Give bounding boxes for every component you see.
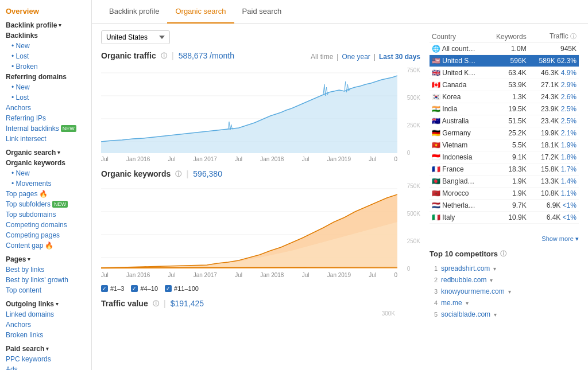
keywords-x-labels: JulJan 2016JulJan 2017JulJan 2018JulJan … <box>101 272 397 278</box>
legend-label-11-100: #11–100 <box>174 285 199 292</box>
sidebar-item-linked-domains[interactable]: Linked domains <box>0 309 91 320</box>
competitor-num: 4 <box>430 299 438 306</box>
col-header-country: Country <box>430 30 487 43</box>
fire-icon-1: 🔥 <box>39 190 48 198</box>
country-cell: 🇫🇷 France <box>430 163 487 176</box>
fire-icon-2: 🔥 <box>45 242 53 250</box>
sidebar-item-ads[interactable]: Ads <box>0 364 91 370</box>
sidebar-item-top-pages[interactable]: Top pages <box>6 190 37 198</box>
keywords-cell: 53.9K <box>487 79 528 91</box>
sidebar-item-link-intersect[interactable]: Link intersect <box>0 134 91 144</box>
sidebar-item-best-by-links[interactable]: Best by links <box>0 264 91 275</box>
sidebar-item-new-referring[interactable]: • New <box>0 82 91 92</box>
legend-checkbox-1-3[interactable] <box>101 285 108 292</box>
col-header-traffic: Traffic ⓘ <box>529 30 579 43</box>
competitor-link[interactable]: redbubble.com <box>441 276 486 284</box>
keywords-cell: 1.3K <box>487 91 528 103</box>
sidebar-item-referring-ips[interactable]: Referring IPs <box>0 113 91 123</box>
sidebar-item-top-subfolders[interactable]: Top subfolders <box>6 200 51 208</box>
sidebar-item-lost-backlinks[interactable]: • Lost <box>0 51 91 61</box>
sidebar-item-competing-pages[interactable]: Competing pages <box>0 230 91 240</box>
sidebar-referring-domains-label[interactable]: Referring domains <box>0 72 91 82</box>
chevron-down-icon-2: ▾ <box>57 150 60 155</box>
table-row: 🇲🇦 Morocco1.9K10.8K 1.1% <box>430 188 579 200</box>
table-row: 🇩🇪 Germany25.2K19.9K 2.1% <box>430 127 579 139</box>
competitor-dropdown-icon[interactable]: ▾ <box>466 300 469 306</box>
organic-keywords-info-icon[interactable]: ⓘ <box>175 170 181 178</box>
competitor-num: 1 <box>430 265 438 272</box>
traffic-cell: 10.8K 1.1% <box>529 188 579 200</box>
sidebar-item-organic-keywords[interactable]: Organic keywords <box>0 158 91 168</box>
tab-bar: Backlink profile Organic search Paid sea… <box>92 0 588 24</box>
sidebar-pages-label[interactable]: Pages <box>6 255 26 263</box>
country-select[interactable]: United States All countries United Kingd… <box>101 30 170 44</box>
sidebar-item-competing-domains[interactable]: Competing domains <box>0 220 91 230</box>
organic-traffic-chart: 750K 500K 250K 0 <box>101 67 420 156</box>
sidebar-backlink-profile-label[interactable]: Backlink profile <box>6 21 57 29</box>
country-cell: 🇮🇩 Indonesia <box>430 151 487 163</box>
sidebar-item-content-gap[interactable]: Content gap <box>6 242 43 250</box>
sidebar-organic-search-label[interactable]: Organic search <box>6 149 56 157</box>
sidebar-item-new-backlinks[interactable]: • New <box>0 41 91 51</box>
sidebar-outgoing-links-label[interactable]: Outgoing links <box>6 300 54 308</box>
sidebar-item-broken-links[interactable]: Broken links <box>0 330 91 340</box>
sidebar-overview-link[interactable]: Overview <box>6 7 39 15</box>
sidebar-item-anchors-out[interactable]: Anchors <box>0 320 91 330</box>
sidebar-item-top-content[interactable]: Top content <box>0 285 91 295</box>
table-row: 🇦🇺 Australia51.5K23.4K 2.5% <box>430 115 579 127</box>
show-more-link[interactable]: Show more ▾ <box>430 233 579 245</box>
traffic-col-info-icon[interactable]: ⓘ <box>570 33 577 40</box>
sidebar-item-movements[interactable]: • Movements <box>0 178 91 189</box>
competitor-dropdown-icon[interactable]: ▾ <box>494 311 497 318</box>
sidebar-item-best-by-links-growth[interactable]: Best by links' growth <box>0 275 91 285</box>
table-row: 🇮🇩 Indonesia9.1K17.2K 1.8% <box>430 151 579 163</box>
legend-checkbox-11-100[interactable] <box>165 285 172 292</box>
organic-keywords-section: Organic keywords ⓘ | 596,380 750K 500K 2… <box>101 169 420 292</box>
competitor-link[interactable]: me.me <box>441 299 462 307</box>
sidebar-item-backlinks[interactable]: Backlinks <box>0 30 91 41</box>
competitor-num: 2 <box>430 276 438 283</box>
organic-keywords-separator: | <box>186 169 188 178</box>
traffic-value-section: Traffic value ⓘ | $191,425 300K <box>101 299 420 317</box>
legend-item-11-100: #11–100 <box>165 285 199 292</box>
time-filter-one-year[interactable]: One year <box>342 53 370 61</box>
competitor-link[interactable]: knowyourmeme.com <box>441 287 505 295</box>
country-cell: 🇻🇳 Vietnam <box>430 139 487 151</box>
table-row: 🇳🇱 Netherla…9.7K6.9K <1% <box>430 200 579 212</box>
tab-organic-search[interactable]: Organic search <box>167 0 234 24</box>
legend-checkbox-4-10[interactable] <box>131 285 138 292</box>
sidebar-section-paid-search: Paid search ▾ PPC keywords Ads Top landi… <box>0 342 91 370</box>
sidebar-item-broken-backlinks[interactable]: • Broken <box>0 61 91 72</box>
sidebar-item-anchors[interactable]: Anchors <box>0 103 91 113</box>
keywords-cell: 63.4K <box>487 67 528 79</box>
competitor-num: 3 <box>430 288 438 295</box>
competitors-label: Top 10 competitors <box>430 250 498 258</box>
table-row: 🇮🇹 Italy10.9K6.4K <1% <box>430 212 579 224</box>
legend-item-1-3: #1–3 <box>101 285 124 292</box>
competitor-item: 4 me.me ▾ <box>430 297 579 309</box>
chevron-down-icon-3: ▾ <box>28 256 30 262</box>
tab-paid-search[interactable]: Paid search <box>234 0 290 24</box>
competitor-dropdown-icon[interactable]: ▾ <box>493 266 496 272</box>
table-row: 🇬🇧 United K…63.4K46.3K 4.9% <box>430 67 579 79</box>
organic-traffic-info-icon[interactable]: ⓘ <box>161 52 167 60</box>
tab-backlink-profile[interactable]: Backlink profile <box>101 0 167 24</box>
sidebar-item-new-organic[interactable]: • New <box>0 168 91 178</box>
sidebar-item-top-subdomains[interactable]: Top subdomains <box>0 209 91 220</box>
time-filter-last-30-days[interactable]: Last 30 days <box>379 53 420 61</box>
competitor-link[interactable]: spreadshirt.com <box>441 264 490 272</box>
competitor-link[interactable]: socialblade.com <box>441 310 490 318</box>
sidebar-item-ppc-keywords[interactable]: PPC keywords <box>0 354 91 364</box>
competitor-dropdown-icon[interactable]: ▾ <box>490 277 493 283</box>
sidebar-item-internal-backlinks[interactable]: Internal backlinks <box>6 124 59 133</box>
competitor-dropdown-icon[interactable]: ▾ <box>508 289 511 295</box>
sidebar-item-lost-referring[interactable]: • Lost <box>0 92 91 103</box>
traffic-value-info-icon[interactable]: ⓘ <box>153 299 159 308</box>
table-row: 🇰🇷 Korea1.3K24.3K 2.6% <box>430 91 579 103</box>
traffic-cell: 46.3K 4.9% <box>529 67 579 79</box>
country-cell: 🇰🇷 Korea <box>430 91 487 103</box>
table-row: 🇨🇦 Canada53.9K27.1K 2.9% <box>430 79 579 91</box>
time-label: All time <box>311 53 333 61</box>
competitors-info-icon[interactable]: ⓘ <box>500 250 506 258</box>
sidebar-paid-search-label[interactable]: Paid search <box>6 345 44 353</box>
